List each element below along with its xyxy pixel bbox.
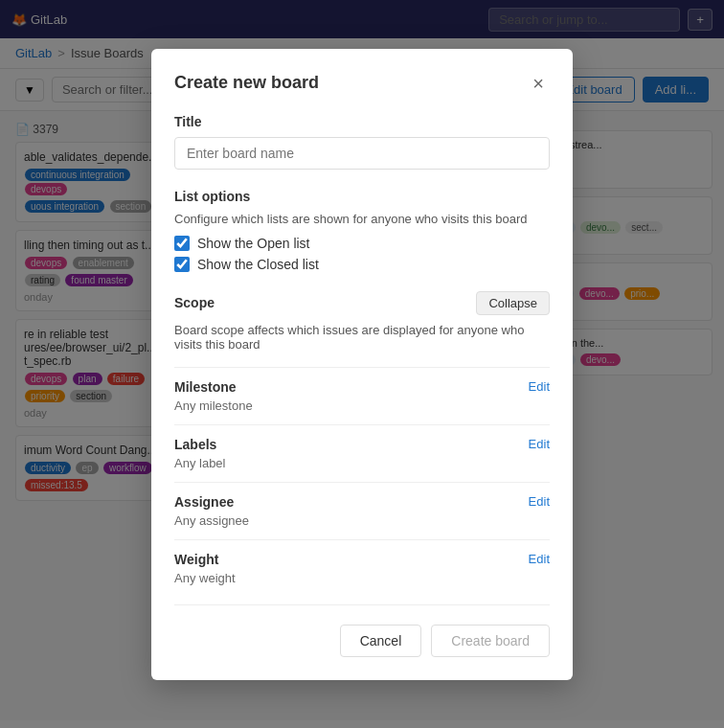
- list-options-desc: Configure which lists are shown for anyo…: [174, 212, 550, 226]
- weight-header: Weight Edit: [174, 552, 550, 567]
- milestone-label: Milestone: [174, 379, 237, 395]
- labels-row: Labels Edit Any label: [174, 424, 550, 482]
- show-closed-list-row[interactable]: Show the Closed list: [174, 257, 550, 272]
- create-board-modal: Create new board × Title List options Co…: [151, 49, 573, 680]
- modal-header: Create new board ×: [174, 72, 550, 95]
- labels-label: Labels: [174, 437, 216, 452]
- weight-row: Weight Edit Any weight: [174, 539, 550, 597]
- modal-footer: Cancel Create board: [174, 604, 550, 657]
- show-open-list-checkbox[interactable]: [174, 236, 190, 251]
- show-open-list-label: Show the Open list: [197, 236, 310, 251]
- scope-label: Scope: [174, 295, 215, 310]
- scope-header: Scope Collapse: [174, 291, 550, 315]
- weight-edit-button[interactable]: Edit: [529, 552, 550, 566]
- assignee-edit-button[interactable]: Edit: [529, 494, 550, 509]
- labels-header: Labels Edit: [174, 437, 550, 452]
- collapse-button[interactable]: Collapse: [476, 291, 550, 315]
- modal-overlay: Create new board × Title List options Co…: [0, 0, 724, 728]
- milestone-row: Milestone Edit Any milestone: [174, 367, 550, 424]
- milestone-edit-button[interactable]: Edit: [529, 379, 550, 394]
- assignee-row: Assignee Edit Any assignee: [174, 482, 550, 539]
- labels-value: Any label: [174, 456, 550, 470]
- cancel-button[interactable]: Cancel: [340, 625, 422, 657]
- weight-label: Weight: [174, 552, 218, 567]
- list-options-section: List options Configure which lists are s…: [174, 189, 550, 272]
- title-section-label: Title: [174, 114, 550, 129]
- create-board-button[interactable]: Create board: [431, 625, 550, 657]
- modal-title: Create new board: [174, 73, 319, 93]
- labels-edit-button[interactable]: Edit: [529, 437, 550, 451]
- show-closed-list-checkbox[interactable]: [174, 257, 190, 272]
- milestone-value: Any milestone: [174, 398, 550, 413]
- list-options-label: List options: [174, 189, 550, 204]
- show-open-list-row[interactable]: Show the Open list: [174, 236, 550, 251]
- modal-close-button[interactable]: ×: [527, 72, 550, 95]
- assignee-value: Any assignee: [174, 513, 550, 528]
- scope-section: Scope Collapse Board scope affects which…: [174, 291, 550, 597]
- assignee-header: Assignee Edit: [174, 494, 550, 510]
- scope-desc: Board scope affects which issues are dis…: [174, 323, 550, 352]
- milestone-header: Milestone Edit: [174, 379, 550, 395]
- show-closed-list-label: Show the Closed list: [197, 257, 319, 272]
- weight-value: Any weight: [174, 571, 550, 585]
- assignee-label: Assignee: [174, 494, 234, 510]
- board-name-input[interactable]: [174, 137, 550, 170]
